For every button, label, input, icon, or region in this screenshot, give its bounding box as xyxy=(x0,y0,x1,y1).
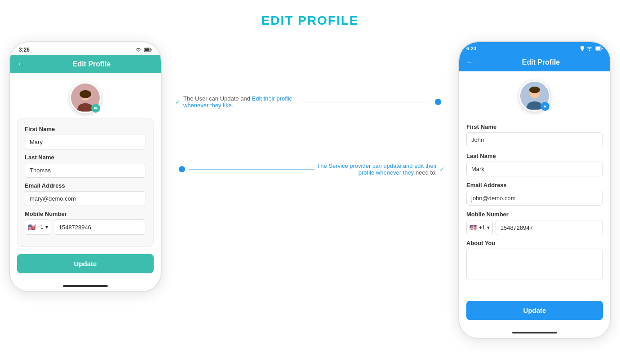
left-time: 3:26 xyxy=(19,47,30,53)
left-email-label: Email Address xyxy=(25,182,146,189)
svg-rect-2 xyxy=(145,48,150,51)
left-flag-select[interactable]: 🇺🇸 +1 ▾ xyxy=(25,219,51,235)
right-last-name-input[interactable] xyxy=(466,162,603,176)
bottom-annotation-text: The Service provider can update and edit… xyxy=(314,162,437,176)
bottom-annotation-line xyxy=(189,169,314,170)
right-phone-input[interactable] xyxy=(496,220,603,235)
left-header-title: Edit Profile xyxy=(30,60,154,68)
left-phone-input[interactable] xyxy=(54,219,146,235)
left-avatar-edit-badge[interactable]: ✏ xyxy=(91,104,100,113)
left-first-name-label: First Name xyxy=(25,126,146,132)
left-update-btn-wrapper: Update xyxy=(10,254,161,281)
location-icon xyxy=(580,46,584,51)
right-home-indicator xyxy=(512,332,557,333)
top-annotation-dot xyxy=(435,99,441,105)
left-update-button[interactable]: Update xyxy=(17,254,154,273)
right-email-label: Email Address xyxy=(466,182,603,189)
left-email-input[interactable] xyxy=(25,191,146,206)
right-update-btn-wrapper: Update xyxy=(459,301,610,327)
right-about-input[interactable] xyxy=(466,249,603,280)
right-mobile-label: Mobile Number xyxy=(466,211,603,218)
left-back-arrow[interactable]: ← xyxy=(17,59,25,69)
left-home-indicator xyxy=(63,285,108,287)
left-mobile-label: Mobile Number xyxy=(25,211,146,217)
right-mobile-code: +1 xyxy=(479,224,485,231)
left-phone-field-row: 🇺🇸 +1 ▾ xyxy=(25,219,146,235)
wifi-icon xyxy=(135,48,142,52)
top-annotation-line xyxy=(301,102,431,102)
page-title: EDIT PROFILE xyxy=(261,13,359,28)
right-first-name-label: First Name xyxy=(466,123,603,130)
right-avatar-edit-badge[interactable]: + xyxy=(540,102,549,111)
svg-rect-7 xyxy=(602,48,603,49)
right-flag-select[interactable]: 🇺🇸 +1 ▾ xyxy=(466,220,493,235)
right-form: First Name Last Name Email Address Mobil… xyxy=(466,116,603,294)
right-avatar-wrapper[interactable]: + xyxy=(519,80,550,112)
left-status-icons xyxy=(135,48,152,52)
top-annotation-text: The User can Update and Edit their profi… xyxy=(183,95,301,109)
right-last-name-label: Last Name xyxy=(466,153,603,159)
right-app-header: ← Edit Profile xyxy=(459,53,610,71)
top-annotation-blue: Edit their profile whenever they like. xyxy=(183,95,292,109)
phone-right: 6:23 ← xyxy=(458,41,611,339)
left-status-bar: 3:26 xyxy=(10,42,161,55)
svg-point-11 xyxy=(529,87,540,93)
svg-rect-1 xyxy=(151,49,152,51)
right-about-label: About You xyxy=(466,240,603,246)
bottom-annotation-end: need to. xyxy=(416,169,437,176)
right-wifi-icon xyxy=(586,46,593,51)
right-flag-emoji: 🇺🇸 xyxy=(469,224,477,231)
left-first-name-input[interactable] xyxy=(25,135,146,149)
right-time: 6:23 xyxy=(466,46,476,51)
left-bottom-bar xyxy=(10,281,161,291)
bottom-annotation-row: The Service provider can update and edit… xyxy=(175,162,445,176)
right-avatar-section: + xyxy=(459,71,610,116)
right-chevron-icon: ▾ xyxy=(487,224,490,231)
left-mobile-code: +1 xyxy=(37,224,44,230)
svg-rect-8 xyxy=(596,47,601,50)
battery-icon xyxy=(144,48,152,52)
right-email-input[interactable] xyxy=(466,191,603,206)
top-annotation-content: ✓ The User can Update and Edit their pro… xyxy=(175,95,301,109)
top-check-icon: ✓ xyxy=(175,98,181,105)
left-chevron-icon: ▾ xyxy=(45,224,48,230)
left-form-card: First Name Last Name Email Address Mobil… xyxy=(17,118,154,247)
right-first-name-input[interactable] xyxy=(466,132,603,147)
right-back-arrow[interactable]: ← xyxy=(466,57,474,67)
bottom-check-icon: ✓ xyxy=(439,166,445,173)
left-app-header: ← Edit Profile xyxy=(10,55,161,73)
right-bottom-bar xyxy=(459,327,610,338)
right-battery-icon xyxy=(595,46,603,51)
right-header-title: Edit Profile xyxy=(479,58,603,66)
left-last-name-label: Last Name xyxy=(25,154,146,161)
left-flag-emoji: 🇺🇸 xyxy=(28,224,35,231)
right-status-icons xyxy=(580,46,603,51)
middle-section: ✓ The User can Update and Edit their pro… xyxy=(162,77,458,194)
right-phone-field-row: 🇺🇸 +1 ▾ xyxy=(466,220,603,235)
right-status-bar: 6:23 xyxy=(459,42,610,53)
right-update-button[interactable]: Update xyxy=(466,301,603,320)
left-avatar-wrapper[interactable]: ✏ xyxy=(70,82,101,114)
phone-left: 3:26 ← Edit Profile xyxy=(9,41,162,292)
svg-point-5 xyxy=(80,90,91,98)
bottom-annotation-dot xyxy=(179,166,185,172)
left-avatar-section: ✏ xyxy=(10,73,161,118)
left-last-name-input[interactable] xyxy=(25,163,146,178)
bottom-annotation-content: The Service provider can update and edit… xyxy=(314,162,445,176)
top-annotation-row: ✓ The User can Update and Edit their pro… xyxy=(175,95,445,109)
